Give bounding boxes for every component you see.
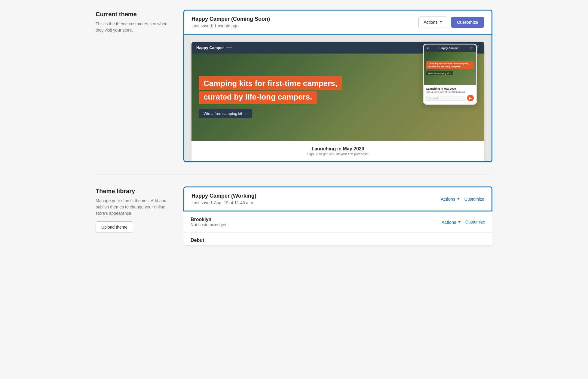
brooklyn-actions-label: Actions: [442, 220, 456, 225]
hero-cta-text: Win a free camping kit →: [204, 111, 247, 116]
theme-library-title: Theme library: [96, 188, 174, 195]
current-theme-header: Happy Camper (Coming Soon) Last saved: 1…: [183, 10, 492, 35]
mobile-submit-button: ▶: [467, 95, 474, 101]
mobile-launch-desc: Sign up to get 20% off your first purcha…: [426, 91, 474, 93]
hero-banner-line1: Camping kits for first-time campers,: [199, 76, 342, 91]
mobile-hamburger-icon: ≡: [427, 47, 428, 50]
section-divider: [96, 174, 492, 174]
brooklyn-actions-chevron-icon: [458, 221, 461, 223]
brooklyn-theme-desc: Not customized yet: [191, 222, 226, 227]
current-theme-info: Happy Camper (Coming Soon) Last saved: 1…: [191, 16, 270, 28]
mobile-email-placeholder: Your email: [426, 96, 466, 101]
mobile-preview: ≡ Happy Camper 🛒 Camping kits for first-…: [423, 44, 477, 105]
brooklyn-actions-button[interactable]: Actions: [442, 220, 461, 225]
current-theme-title: Current theme: [96, 11, 174, 18]
current-theme-left: Current theme This is the theme customer…: [96, 10, 174, 162]
mobile-hero-content: Camping kits for first-time campers, cur…: [424, 59, 476, 78]
actions-label: Actions: [424, 20, 437, 25]
working-theme-header: Happy Camper (Working) Last saved: Aug. …: [183, 186, 492, 211]
actions-chevron-icon: [440, 21, 442, 23]
theme-library-desc: Manage your store's themes. Add and publ…: [96, 198, 174, 217]
working-actions-chevron-icon: [457, 198, 460, 200]
mobile-cta-text: Win a free camping kit →: [426, 71, 453, 75]
theme-library-inner: Happy Camper (Working) Last saved: Aug. …: [183, 186, 492, 246]
upload-theme-button[interactable]: Upload theme: [96, 221, 133, 233]
launch-desc: Sign up to get 20% off your first purcha…: [197, 152, 479, 156]
working-customize-button[interactable]: Customize: [464, 197, 484, 202]
current-theme-name: Happy Camper (Coming Soon): [191, 16, 270, 22]
working-theme-last-saved: Last saved: Aug. 19 at 11:46 a.m.: [191, 200, 256, 205]
mobile-cart-icon: 🛒: [470, 47, 473, 50]
working-actions-button[interactable]: Actions: [441, 196, 460, 202]
brooklyn-theme-name: Brooklyn: [191, 217, 226, 222]
hero-cta-button: Win a free camping kit →: [199, 109, 252, 118]
page-container: Current theme This is the theme customer…: [84, 0, 504, 267]
mobile-banner-text: Camping kits for first-time campers, cur…: [426, 61, 474, 69]
launch-title: Launching in May 2020: [197, 146, 479, 152]
current-theme-last-saved: Last saved: 1 minute ago: [191, 23, 270, 28]
brooklyn-theme-actions: Actions Customize: [442, 220, 485, 225]
mobile-hero: Camping kits for first-time campers, cur…: [424, 52, 476, 85]
working-theme-actions: Actions Customize: [441, 196, 484, 202]
hero-banner-text-1: Camping kits for first-time campers,: [199, 76, 342, 90]
current-theme-right: Happy Camper (Coming Soon) Last saved: 1…: [183, 10, 492, 162]
mobile-footer: Launching in May 2020 Sign up to get 20%…: [424, 85, 476, 104]
mobile-launch-title: Launching in May 2020: [426, 87, 474, 90]
hero-content: Camping kits for first-time campers, cur…: [191, 64, 349, 130]
brooklyn-theme-row: Brooklyn Not customized yet Actions Cust…: [183, 211, 492, 233]
mobile-nav-logo: Happy Camper: [439, 47, 459, 50]
debut-theme-partial: Debut: [183, 233, 492, 246]
mobile-email-row: Your email ▶: [426, 95, 474, 101]
current-theme-section: Current theme This is the theme customer…: [96, 10, 492, 162]
working-actions-label: Actions: [441, 196, 455, 202]
working-theme-info: Happy Camper (Working) Last saved: Aug. …: [191, 193, 256, 205]
desktop-nav-logo: Happy Camper: [196, 45, 232, 50]
debut-theme-name: Debut: [191, 238, 485, 243]
theme-library-section: Theme library Manage your store's themes…: [96, 186, 492, 246]
brooklyn-theme-info: Brooklyn Not customized yet: [191, 217, 226, 227]
theme-library-left: Theme library Manage your store's themes…: [96, 186, 174, 246]
hero-banner-text-2: curated by life-long campers.: [199, 91, 317, 104]
theme-library-right: Happy Camper (Working) Last saved: Aug. …: [183, 186, 492, 246]
working-theme-name: Happy Camper (Working): [191, 193, 256, 199]
theme-preview: Happy Camper 🔍 🛒 Camping kits for first-…: [183, 35, 492, 162]
hero-banner-line2-wrapper: curated by life-long campers.: [199, 91, 342, 104]
current-theme-actions: Actions Customize: [418, 17, 484, 28]
brooklyn-customize-button[interactable]: Customize: [465, 220, 485, 224]
current-theme-desc: This is the theme customers see when the…: [96, 21, 174, 33]
mobile-nav: ≡ Happy Camper 🛒: [424, 45, 476, 52]
current-theme-actions-button[interactable]: Actions: [418, 17, 447, 28]
hero-footer: Launching in May 2020 Sign up to get 20%…: [191, 141, 484, 161]
current-theme-customize-button[interactable]: Customize: [451, 17, 484, 28]
